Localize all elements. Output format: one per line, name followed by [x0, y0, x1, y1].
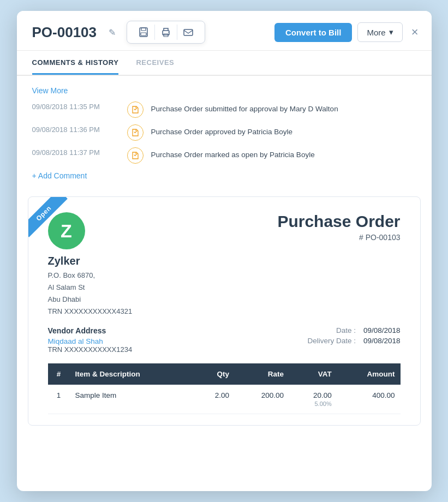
list-item: 09/08/2018 11:37 PM Purchase Order marke… [32, 148, 416, 164]
document-area: Open Z Zylker P.O. Box 6870, Al Salam St… [28, 196, 421, 426]
po-doc-title: Purchase Order [277, 212, 400, 231]
po-number-title: PO-00103 [32, 24, 97, 41]
col-header-rate: Rate [235, 363, 289, 385]
more-button[interactable]: More ▾ [357, 22, 402, 42]
row-num: 1 [48, 385, 70, 414]
tab-comments-history[interactable]: COMMENTS & HISTORY [32, 51, 119, 75]
header-actions: Convert to Bill More ▾ × [274, 22, 419, 42]
print-icon [160, 27, 171, 38]
po-document: Z Zylker P.O. Box 6870, Al Salam St Abu … [28, 197, 420, 425]
po-doc-header: Z Zylker P.O. Box 6870, Al Salam St Abu … [48, 212, 401, 318]
date-value: 09/08/2018 [363, 326, 401, 334]
row-description: Sample Item [70, 385, 194, 414]
table-row: 1 Sample Item 2.00 200.00 20.00 5.00% 40… [48, 385, 401, 414]
address-line2: Al Salam St [48, 282, 133, 294]
delivery-date-value: 09/08/2018 [363, 337, 401, 345]
history-icon-1 [127, 101, 144, 118]
modal-container: PO-00103 ✎ [17, 11, 432, 491]
history-text-2: Purchase Order approved by Patricia Boyl… [151, 125, 293, 136]
date-label: Date : [307, 326, 356, 334]
row-amount: 400.00 [337, 385, 401, 414]
timestamp-2: 09/08/2018 11:36 PM [32, 125, 120, 134]
col-header-amount: Amount [337, 363, 401, 385]
list-item: 09/08/2018 11:36 PM Purchase Order appro… [32, 125, 416, 141]
vendor-name-link[interactable]: Miqdaad al Shah [48, 337, 133, 345]
row-qty: 2.00 [194, 385, 235, 414]
history-text-1: Purchase Order submitted for approval by… [151, 103, 338, 113]
vendor-date-row: Vendor Address Miqdaad al Shah TRN XXXXX… [48, 326, 401, 354]
svg-rect-2 [141, 33, 146, 35]
edit-icon: ✎ [109, 28, 116, 37]
history-icon-3 [127, 147, 144, 164]
address-line3: Abu Dhabi [48, 294, 133, 306]
list-item: 09/08/2018 11:35 PM Purchase Order submi… [32, 103, 416, 118]
po-table: # Item & Description Qty Rate VAT Amount… [48, 363, 401, 414]
vendor-block: Vendor Address Miqdaad al Shah TRN XXXXX… [48, 326, 133, 354]
row-rate: 200.00 [235, 385, 289, 414]
address-line4: TRN XXXXXXXXXXX4321 [48, 306, 133, 318]
col-header-item: Item & Description [70, 363, 194, 385]
email-icon-button[interactable] [177, 25, 199, 40]
add-comment-button[interactable]: + Add Comment [32, 171, 416, 180]
tabs: COMMENTS & HISTORY RECEIVES [17, 51, 432, 76]
col-header-vat: VAT [289, 363, 337, 385]
close-button[interactable]: × [411, 25, 419, 39]
col-header-num: # [48, 363, 70, 385]
chevron-down-icon: ▾ [389, 27, 393, 37]
vat-percent: 5.00% [295, 401, 332, 407]
row-vat: 20.00 5.00% [289, 385, 337, 414]
email-icon [183, 27, 194, 38]
edit-button[interactable]: ✎ [104, 25, 120, 40]
convert-to-bill-button[interactable]: Convert to Bill [274, 23, 353, 42]
vendor-trn: TRN XXXXXXXXXXX1234 [48, 345, 133, 354]
toolbar [127, 21, 205, 44]
history-text-3: Purchase Order marked as open by Patrici… [151, 148, 315, 159]
save-icon [138, 27, 149, 38]
company-name: Zylker [48, 255, 133, 267]
company-address: P.O. Box 6870, Al Salam St Abu Dhabi TRN… [48, 270, 133, 318]
vendor-section-label: Vendor Address [48, 326, 133, 335]
svg-point-5 [168, 32, 169, 33]
print-icon-button[interactable] [155, 25, 177, 40]
address-line1: P.O. Box 6870, [48, 270, 133, 282]
save-icon-button[interactable] [133, 25, 155, 40]
col-header-qty: Qty [194, 363, 235, 385]
date-block: Date : 09/08/2018 Delivery Date : 09/08/… [307, 326, 400, 354]
history-icon-2 [127, 124, 144, 141]
po-title-block: Purchase Order # PO-00103 [277, 212, 400, 242]
timestamp-1: 09/08/2018 11:35 PM [32, 103, 120, 111]
timestamp-3: 09/08/2018 11:37 PM [32, 148, 120, 157]
status-ribbon: Open [28, 197, 77, 246]
modal-header: PO-00103 ✎ [17, 11, 432, 51]
po-doc-number: # PO-00103 [277, 233, 400, 242]
delivery-date-label: Delivery Date : [307, 337, 356, 345]
comments-section: View More 09/08/2018 11:35 PM Purchase O… [17, 76, 432, 189]
ribbon-label: Open [28, 197, 68, 237]
more-label: More [367, 28, 385, 37]
tab-receives[interactable]: RECEIVES [136, 51, 174, 75]
svg-rect-6 [184, 29, 193, 35]
view-more-link[interactable]: View More [32, 86, 68, 95]
